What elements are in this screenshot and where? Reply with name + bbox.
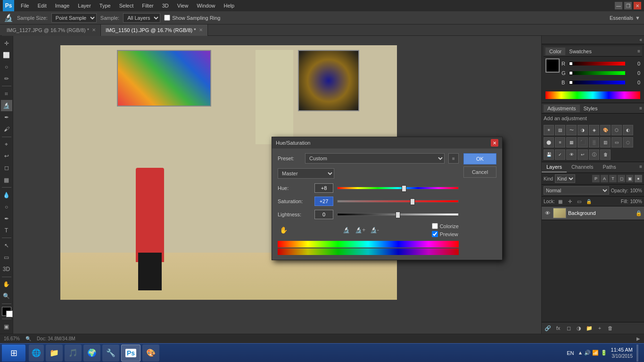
styles-tab[interactable]: Styles [580,105,602,112]
filter-smart[interactable]: ▣ [626,175,634,182]
filter-type[interactable]: T [609,175,617,182]
filter-adjustment[interactable]: A [601,175,608,182]
b-slider[interactable] [569,81,573,84]
tool-lasso[interactable]: ○ [1,61,12,72]
tool-path-select[interactable]: ↖ [1,240,12,251]
r-slider[interactable] [569,62,573,66]
adj-selective-color[interactable]: ◌ [623,137,633,148]
layer-kind-select[interactable]: Kind [555,174,575,183]
adj-exposure[interactable]: ◑ [578,125,588,135]
tool-eraser[interactable]: ◻ [1,163,12,173]
layer-new-btn[interactable]: + [595,324,604,332]
tool-type[interactable]: T [1,225,12,236]
swatches-tab[interactable]: Swatches [565,48,595,55]
adj-threshold[interactable]: ▥ [600,137,611,148]
preview-checkbox[interactable] [432,231,438,237]
fill-value[interactable]: 100% [630,199,642,204]
screen-mode[interactable]: ▣ [1,321,12,332]
filter-shape[interactable]: ◻ [618,175,625,182]
layer-adj-btn[interactable]: ◑ [575,324,583,332]
cancel-button[interactable]: Cancel [463,166,496,178]
panel-menu-btn[interactable]: ≡ [637,49,640,54]
tab-1[interactable]: IMG_1127.JPG @ 16.7% (RGB/8) * ✕ [2,25,101,36]
adj-apply[interactable]: ✓ [555,149,565,160]
adj-bw[interactable]: ◐ [623,125,633,135]
adj-color-lookup[interactable]: ▦ [566,137,577,148]
menu-file[interactable]: File [17,2,33,9]
show-sampling-ring-checkbox[interactable] [164,15,170,21]
taskbar-ie[interactable]: 🌐 [29,345,44,362]
panel-collapse-btn[interactable]: « [639,37,642,42]
adj-brightness[interactable]: ☀ [544,125,554,135]
lightness-thumb[interactable] [396,212,400,218]
menu-image[interactable]: Image [51,2,74,9]
adj-eye[interactable]: 👁 [566,149,577,160]
adj-invert[interactable]: ⬛ [578,137,588,148]
preset-menu-button[interactable]: ≡ [448,153,459,164]
layer-mode-select[interactable]: Normal [544,186,609,195]
tool-3d[interactable]: 3D [1,264,12,275]
hue-value-box[interactable]: +8 [314,183,333,193]
tool-zoom[interactable]: 🔍 [1,291,12,302]
essentials-dropdown[interactable]: ▼ [635,15,640,21]
adj-vibrance[interactable]: ◈ [589,125,599,135]
show-desktop-btn[interactable] [636,345,638,362]
start-button[interactable]: ⊞ [2,345,25,362]
foreground-color[interactable] [2,307,11,316]
sample-size-select[interactable]: Point Sample [51,13,97,23]
adj-levels[interactable]: ▤ [555,125,565,135]
filter-toggle[interactable]: ● [635,175,642,182]
tool-healing[interactable]: ✒ [1,112,12,123]
tool-history[interactable]: ↩ [1,151,12,162]
tool-dodge[interactable]: ○ [1,201,12,212]
tool-marquee[interactable]: ⬜ [1,49,12,60]
layer-group-btn[interactable]: 📁 [585,324,594,332]
preset-select[interactable]: Custom [305,153,445,164]
g-slider[interactable] [569,71,573,75]
lock-all[interactable]: 🔒 [585,197,593,205]
tab-1-close[interactable]: ✕ [92,27,96,33]
adj-panel-menu[interactable]: ≡ [639,106,642,111]
taskbar-paint[interactable]: 🎨 [142,345,159,362]
saturation-thumb[interactable] [410,198,415,205]
adj-info[interactable]: ⓘ [589,149,599,160]
layer-link-btn[interactable]: 🔗 [544,324,552,332]
close-button[interactable]: ✕ [634,2,641,9]
menu-3d[interactable]: 3D [158,2,173,9]
tab-2-close[interactable]: ✕ [199,27,203,33]
filter-pixel[interactable]: P [592,175,600,182]
adj-color-balance[interactable]: ⬡ [611,125,622,135]
saturation-value-box[interactable]: +27 [314,197,333,206]
taskbar-explorer[interactable]: 📁 [46,345,63,362]
paths-tab[interactable]: Paths [598,162,621,173]
tool-gradient[interactable]: ▦ [1,174,12,185]
dialog-titlebar[interactable]: Hue/Saturation ✕ [272,137,502,148]
lock-checkerboard[interactable]: ▦ [557,197,564,205]
master-select[interactable]: Master [278,168,334,179]
channels-tab[interactable]: Channels [567,162,598,173]
taskbar-chrome[interactable]: 🌍 [83,345,100,362]
minimize-button[interactable]: — [615,2,622,9]
tool-eyedropper[interactable]: 🔬 [1,100,12,111]
lightness-value-box[interactable]: 0 [314,210,333,219]
color-tab[interactable]: Color [545,48,565,55]
tool-move[interactable]: ✛ [1,38,12,49]
menu-filter[interactable]: Filter [138,2,157,9]
adj-hue-sat[interactable]: 🎨 [600,125,611,135]
adj-gradient-map[interactable]: ▭ [611,137,622,148]
tool-brush[interactable]: 🖌 [1,124,12,135]
dialog-close-button[interactable]: ✕ [491,139,498,147]
taskbar-photoshop[interactable]: Ps [121,345,140,362]
taskbar-tools[interactable]: 🔧 [102,345,119,362]
color-swatch-foreground[interactable] [545,58,560,73]
tab-2[interactable]: IMG_1150 (1).JPG @ 16.7% (RGB/8) * ✕ [101,25,208,36]
menu-help[interactable]: Help [220,2,239,9]
layer-fx-btn[interactable]: fx [554,324,562,332]
eyedropper-add[interactable]: 🔬+ [355,225,365,235]
adj-channel-mixer[interactable]: ≡ [555,137,565,148]
adj-trash[interactable]: 🗑 [600,149,611,160]
opacity-value[interactable]: 100% [630,188,642,193]
tool-hand[interactable]: ✋ [1,279,12,290]
menu-window[interactable]: Window [193,2,219,9]
eyedropper-remove[interactable]: 🔬- [369,225,380,235]
